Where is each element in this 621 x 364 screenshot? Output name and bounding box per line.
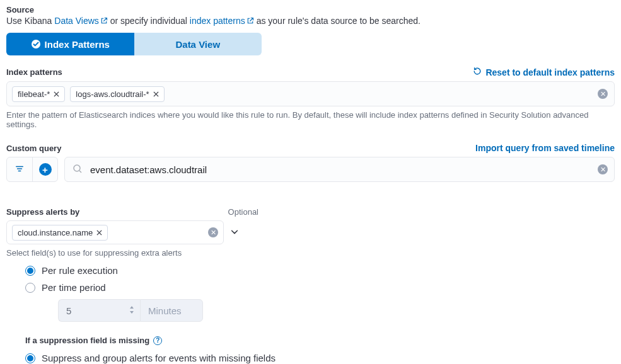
suppress-label: Suppress alerts by [6, 207, 79, 217]
radio-icon [25, 353, 35, 363]
remove-pill-icon[interactable] [54, 89, 59, 99]
source-desc-suffix: as your rule's data source to be searche… [254, 16, 421, 26]
chevron-down-icon[interactable] [230, 227, 239, 238]
suppress-field-pill: cloud.instance.name [12, 225, 108, 241]
import-query-text: Import query from saved timeline [475, 143, 615, 153]
suppress-fields-combo[interactable]: cloud.instance.name ✕ [6, 220, 224, 244]
filter-options-button[interactable] [7, 157, 32, 181]
optional-label: Optional [228, 207, 258, 217]
missing-field-label: If a suppression field is missing [25, 336, 149, 345]
index-patterns-label: Index patterns [6, 67, 62, 77]
add-filter-button[interactable]: + [32, 157, 57, 181]
clear-query-icon[interactable]: ✕ [598, 164, 608, 174]
query-filter-buttons: + [6, 157, 58, 182]
remove-pill-icon[interactable] [153, 89, 159, 99]
svg-point-1 [74, 165, 80, 171]
index-pattern-pill-text: logs-aws.cloudtrail-* [76, 89, 149, 99]
index-pattern-pill: logs-aws.cloudtrail-* [70, 86, 164, 102]
help-icon[interactable]: ? [153, 336, 162, 345]
radio-suppress-missing[interactable]: Suppress and group alerts for events wit… [25, 353, 615, 363]
tab-data-view-label: Data View [175, 39, 220, 50]
filter-icon [15, 164, 24, 175]
custom-query-value: event.dataset:aws.cloudtrail [90, 164, 207, 175]
time-period-unit-select[interactable]: Minutes [140, 299, 203, 322]
index-pattern-pill-text: filebeat-* [18, 89, 50, 99]
radio-per-time-label: Per time period [42, 282, 106, 293]
time-period-value: 5 [66, 305, 71, 316]
radio-icon [25, 283, 35, 293]
time-period-value-input[interactable]: 5 [58, 299, 140, 322]
index-patterns-helper: Enter the pattern of Elasticsearch indic… [6, 110, 615, 129]
plus-icon: + [39, 163, 52, 176]
source-type-toggle: Index Patterns Data View [6, 33, 262, 55]
refresh-icon [473, 67, 482, 77]
data-views-link[interactable]: Data Views [54, 16, 108, 26]
external-link-icon [100, 16, 108, 26]
stepper-icon[interactable] [129, 305, 135, 317]
radio-suppress-missing-label: Suppress and group alerts for events wit… [42, 353, 276, 363]
index-patterns-combo[interactable]: filebeat-* logs-aws.cloudtrail-* ✕ [6, 81, 615, 106]
radio-per-time-period[interactable]: Per time period [25, 282, 615, 293]
clear-suppress-fields-icon[interactable]: ✕ [208, 227, 218, 237]
index-patterns-link[interactable]: index patterns [190, 16, 254, 26]
data-views-link-text: Data Views [54, 16, 99, 26]
custom-query-input[interactable]: event.dataset:aws.cloudtrail ✕ [64, 157, 615, 182]
suppress-helper: Select field(s) to use for suppressing e… [6, 248, 615, 258]
time-period-unit: Minutes [148, 305, 182, 316]
index-patterns-link-text: index patterns [190, 16, 245, 26]
source-label: Source [6, 5, 615, 14]
clear-index-patterns-icon[interactable]: ✕ [598, 89, 608, 99]
source-desc-prefix: Use Kibana [6, 16, 54, 26]
search-icon [73, 164, 83, 176]
custom-query-label: Custom query [6, 144, 61, 153]
radio-icon [25, 266, 35, 276]
reset-default-patterns-text: Reset to default index patterns [485, 67, 615, 77]
tab-index-patterns-label: Index Patterns [45, 39, 110, 50]
tab-index-patterns[interactable]: Index Patterns [6, 33, 134, 55]
remove-pill-icon[interactable] [96, 228, 102, 237]
tab-data-view[interactable]: Data View [134, 33, 262, 55]
source-description: Use Kibana Data Views or specify individ… [6, 16, 615, 26]
source-desc-mid: or specify individual [108, 16, 190, 26]
external-link-icon [247, 16, 254, 26]
reset-default-patterns-link[interactable]: Reset to default index patterns [473, 67, 615, 77]
import-query-link[interactable]: Import query from saved timeline [475, 143, 615, 153]
suppress-field-pill-text: cloud.instance.name [18, 228, 93, 237]
radio-per-rule-execution[interactable]: Per rule execution [25, 265, 615, 276]
index-pattern-pill: filebeat-* [12, 86, 65, 102]
check-icon [31, 39, 41, 49]
radio-per-rule-label: Per rule execution [42, 265, 118, 276]
